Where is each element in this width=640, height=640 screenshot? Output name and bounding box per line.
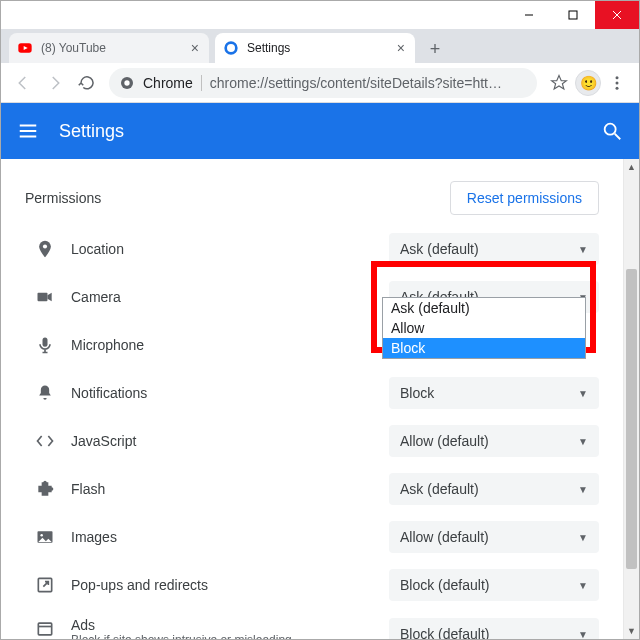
perm-row-ads: Ads Block if site shows intrusive or mis… (1, 609, 623, 639)
chevron-down-icon: ▼ (578, 388, 588, 399)
permissions-header: Permissions Reset permissions (1, 171, 623, 225)
puzzle-piece-icon (35, 479, 55, 499)
tab-youtube[interactable]: (8) YouTube × (9, 33, 209, 63)
settings-content: Permissions Reset permissions Location A… (1, 159, 623, 639)
hamburger-menu-icon[interactable] (17, 120, 39, 142)
javascript-dropdown[interactable]: Allow (default)▼ (389, 425, 599, 457)
perm-label: Camera (71, 289, 331, 305)
bookmark-star-icon[interactable] (543, 67, 575, 99)
svg-rect-1 (569, 11, 577, 19)
svg-rect-17 (43, 338, 48, 347)
reload-button[interactable] (71, 67, 103, 99)
popups-dropdown[interactable]: Block (default)▼ (389, 569, 599, 601)
svg-point-21 (40, 534, 43, 537)
svg-rect-23 (38, 623, 51, 635)
omnibox-url: chrome://settings/content/siteDetails?si… (210, 75, 502, 91)
location-pin-icon (35, 239, 55, 259)
scroll-down-arrow-icon[interactable]: ▼ (624, 623, 639, 639)
notifications-dropdown[interactable]: Block▼ (389, 377, 599, 409)
omnibox-chip: Chrome (143, 75, 193, 91)
tab-strip: (8) YouTube × Settings × + (1, 29, 639, 63)
svg-point-13 (605, 124, 616, 135)
kebab-menu-icon[interactable] (601, 67, 633, 99)
perm-label: Pop-ups and redirects (71, 577, 331, 593)
perm-label: JavaScript (71, 433, 331, 449)
ads-dropdown[interactable]: Block (default)▼ (389, 618, 599, 639)
tab-close-icon[interactable]: × (395, 41, 407, 55)
perm-label: Flash (71, 481, 331, 497)
tab-label: Settings (247, 41, 290, 55)
popup-icon (35, 575, 55, 595)
settings-gear-icon (223, 40, 239, 56)
tab-close-icon[interactable]: × (189, 41, 201, 55)
browser-toolbar: Chrome chrome://settings/content/siteDet… (1, 63, 639, 103)
dropdown-option-selected[interactable]: Block (383, 338, 585, 358)
profile-avatar[interactable]: 🙂 (575, 70, 601, 96)
dropdown-option[interactable]: Ask (default) (383, 298, 585, 318)
window-titlebar (1, 1, 639, 29)
chevron-down-icon: ▼ (578, 629, 588, 640)
code-brackets-icon (35, 431, 55, 451)
youtube-icon (17, 40, 33, 56)
chevron-down-icon: ▼ (578, 580, 588, 591)
forward-button[interactable] (39, 67, 71, 99)
scroll-up-arrow-icon[interactable]: ▲ (624, 159, 639, 175)
ads-window-icon (35, 619, 55, 639)
svg-point-11 (616, 81, 619, 84)
svg-line-14 (615, 134, 621, 140)
vertical-scrollbar[interactable]: ▲ ▼ (623, 159, 639, 639)
perm-row-popups: Pop-ups and redirects Block (default)▼ (1, 561, 623, 609)
svg-point-15 (43, 244, 47, 248)
svg-point-19 (50, 487, 53, 490)
header-search-icon[interactable] (601, 120, 623, 142)
dropdown-option[interactable]: Allow (383, 318, 585, 338)
chevron-down-icon: ▼ (578, 532, 588, 543)
chevron-down-icon: ▼ (578, 436, 588, 447)
perm-label: Ads Block if site shows intrusive or mis… (71, 617, 331, 639)
svg-rect-16 (38, 293, 48, 301)
perm-label: Notifications (71, 385, 331, 401)
omnibox-divider (201, 75, 202, 91)
camera-dropdown-menu[interactable]: Ask (default) Allow Block (382, 297, 586, 359)
bell-icon (35, 383, 55, 403)
reset-permissions-button[interactable]: Reset permissions (450, 181, 599, 215)
images-dropdown[interactable]: Allow (default)▼ (389, 521, 599, 553)
address-bar[interactable]: Chrome chrome://settings/content/siteDet… (109, 68, 537, 98)
svg-point-9 (124, 80, 129, 85)
perm-row-images: Images Allow (default)▼ (1, 513, 623, 561)
window-minimize-button[interactable] (507, 1, 551, 29)
chevron-down-icon: ▼ (578, 484, 588, 495)
new-tab-button[interactable]: + (421, 35, 449, 63)
perm-row-flash: Flash Ask (default)▼ (1, 465, 623, 513)
settings-header: Settings (1, 103, 639, 159)
permissions-section-label: Permissions (25, 190, 101, 206)
tab-settings[interactable]: Settings × (215, 33, 415, 63)
svg-point-18 (43, 481, 46, 484)
perm-row-location: Location Ask (default)▼ (1, 225, 623, 273)
window-maximize-button[interactable] (551, 1, 595, 29)
image-icon (35, 527, 55, 547)
camera-icon (35, 287, 55, 307)
perm-label: Location (71, 241, 331, 257)
svg-point-7 (229, 46, 233, 50)
perm-row-notifications: Notifications Block▼ (1, 369, 623, 417)
perm-row-javascript: JavaScript Allow (default)▼ (1, 417, 623, 465)
location-dropdown[interactable]: Ask (default)▼ (389, 233, 599, 265)
back-button[interactable] (7, 67, 39, 99)
microphone-icon (35, 335, 55, 355)
window-close-button[interactable] (595, 1, 639, 29)
perm-label: Microphone (71, 337, 331, 353)
chevron-down-icon: ▼ (578, 244, 588, 255)
perm-label: Images (71, 529, 331, 545)
perm-sublabel: Block if site shows intrusive or mislead… (71, 633, 331, 639)
svg-point-10 (616, 76, 619, 79)
scrollbar-thumb[interactable] (626, 269, 637, 569)
chrome-shield-icon (119, 75, 135, 91)
header-title: Settings (59, 121, 124, 142)
tab-label: (8) YouTube (41, 41, 106, 55)
svg-point-12 (616, 86, 619, 89)
flash-dropdown[interactable]: Ask (default)▼ (389, 473, 599, 505)
